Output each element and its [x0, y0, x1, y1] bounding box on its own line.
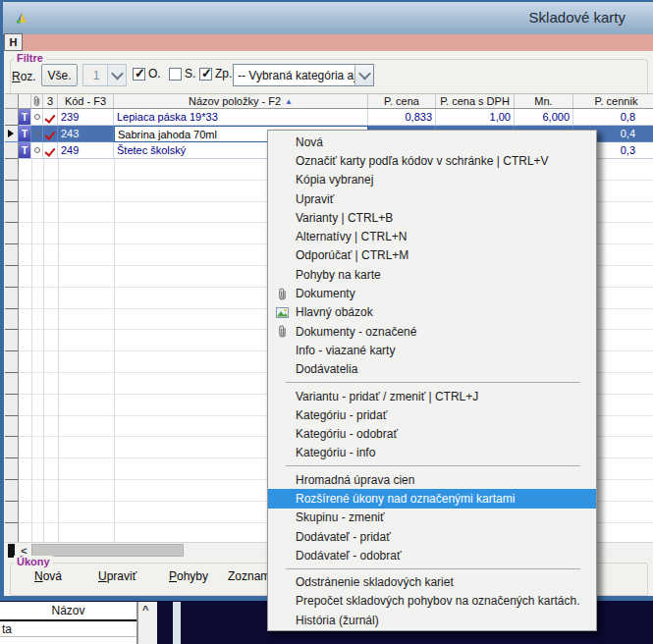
header-nazov-label: Názov položky - F2 [189, 95, 281, 107]
header-nazov[interactable]: Názov položky - F2 ▲ [114, 94, 368, 108]
attachment-icon[interactable] [31, 94, 43, 108]
cell-pcena-dph[interactable]: 1,00 [436, 109, 515, 126]
attachment-dot-icon [31, 142, 43, 159]
checkbox-o[interactable] [133, 68, 145, 80]
cell-mn[interactable]: 6,000 [515, 109, 573, 126]
menu-item[interactable]: Variantu - pridať / zmeniť | CTRL+J [268, 387, 596, 405]
screen: Skladové karty H Filtre Roz. Vše. 1 O. S… [0, 0, 653, 644]
header-t-column[interactable] [19, 94, 31, 108]
menu-item[interactable]: Dodávateľ - pridať [268, 527, 596, 546]
menu-item[interactable]: Info - viazané karty [268, 341, 596, 359]
header-pcena[interactable]: P. cena [368, 94, 436, 108]
menu-item[interactable]: Skupinu - zmeniť [268, 509, 596, 527]
upravit-accel: U [98, 569, 107, 583]
checkbox-s-label: S. [185, 67, 195, 80]
header-pcennik[interactable]: P. cennik [573, 94, 653, 108]
menu-item-label: Dokumenty - označené [296, 325, 416, 339]
menu-item[interactable]: Pohyby na karte [268, 265, 596, 284]
context-menu: Nová Označiť karty podľa kódov v schránk… [267, 130, 597, 631]
page-combobox[interactable]: 1 [82, 64, 127, 86]
current-row-arrow-icon[interactable] [5, 126, 19, 142]
ukony-group-label: Úkony [14, 556, 53, 567]
menu-item[interactable]: Odporúčať | CTRL+M [268, 246, 596, 265]
category-combobox[interactable]: -- Vybraná kategória aj p [233, 64, 374, 86]
toolbar-ribbon [4, 34, 653, 51]
menu-separator [268, 462, 596, 470]
menu-item-label: Hlavný obázok [296, 305, 373, 319]
menu-item[interactable]: Dodávateľ - odobrať [268, 546, 596, 564]
menu-item[interactable]: Označiť karty podľa kódov v schránke | C… [268, 151, 596, 170]
menu-item[interactable]: Prepočet skladových pohybov na označenýc… [268, 592, 596, 611]
bottom-panel-header[interactable]: Názov [0, 602, 136, 621]
menu-item[interactable]: Nová [268, 133, 596, 151]
scroll-up-icon[interactable]: ^ [142, 604, 148, 616]
table-row[interactable]: T 239 Lepiaca páska 19*33 0,833 1,00 6,0… [5, 109, 653, 126]
chevron-down-icon[interactable] [354, 65, 373, 85]
header-row-selector [5, 94, 19, 108]
zoznam-button[interactable]: Zoznam [228, 569, 270, 583]
paperclip-icon [275, 287, 289, 300]
empty-row-selector-column [5, 159, 19, 542]
filters-group-label: Filtre [14, 52, 46, 64]
pohyby-button[interactable]: Pohyby [169, 569, 208, 583]
checkbox-o-wrap: O. [133, 67, 161, 80]
cell-kod[interactable]: 243 [58, 126, 114, 142]
sort-asc-icon: ▲ [285, 97, 293, 106]
header-kod[interactable]: Kód - F3 [58, 94, 114, 108]
menu-item[interactable]: Kategóriu - odobrať [268, 424, 596, 443]
menu-item[interactable]: Alternatívy | CTRL+N [268, 227, 596, 245]
menu-item[interactable]: Dodávatelia [268, 360, 596, 379]
roz-label[interactable]: Roz. [12, 70, 36, 83]
checkbox-zp[interactable] [199, 68, 212, 80]
vse-button[interactable]: Vše. [41, 64, 78, 86]
menu-item[interactable]: Varianty | CTRL+B [268, 208, 596, 227]
check-icon [43, 142, 58, 159]
title-bar: Skladové karty [3, 2, 653, 34]
header-mn[interactable]: Mn. [515, 94, 573, 108]
menu-item-dokumenty-oznacene[interactable]: Dokumenty - označené [268, 322, 596, 341]
menu-item-hlavny-obrazok[interactable]: Hlavný obázok [268, 303, 596, 322]
menu-item-highlighted[interactable]: Rozšírené úkony nad označenými kartami [268, 489, 596, 508]
checkbox-s[interactable] [169, 68, 182, 80]
upravit-button[interactable]: Upraviť [98, 569, 136, 583]
bottom-panel-row[interactable]: ta [0, 621, 136, 637]
menu-item[interactable]: Kópia vybranej [268, 171, 596, 189]
h-button[interactable]: H [4, 33, 23, 51]
row-selector-cell[interactable] [5, 109, 19, 126]
scrollbar-thumb[interactable] [31, 544, 184, 557]
header-pcena-dph[interactable]: P. cena s DPH [436, 94, 515, 108]
chevron-down-icon[interactable] [107, 65, 126, 85]
menu-item-dokumenty[interactable]: Dokumenty [268, 284, 596, 302]
menu-separator [268, 379, 596, 387]
t-badge: T [19, 109, 31, 126]
paperclip-icon [275, 325, 289, 339]
cell-nazov[interactable]: Lepiaca páska 19*33 [114, 109, 368, 126]
window-edge-strip [173, 602, 181, 644]
window-title: Skladové karty [529, 9, 626, 26]
zoznam-rest: Zoznam [228, 569, 270, 583]
cell-pcena[interactable]: 0,833 [368, 109, 436, 126]
nova-button[interactable]: Nová [34, 569, 62, 583]
grid-line [31, 159, 32, 542]
grid-line [58, 159, 59, 542]
attachment-dot-icon [31, 109, 43, 126]
menu-item[interactable]: Upraviť [268, 189, 596, 208]
grid-line [43, 159, 44, 542]
menu-item[interactable]: Hromadná úprava cien [268, 470, 596, 489]
cell-pcennik[interactable]: 0,8 [573, 109, 653, 126]
roz-rest: oz. [21, 70, 36, 83]
header-col3[interactable]: 3 [43, 94, 58, 108]
menu-item[interactable]: História (žurnál) [268, 611, 596, 629]
upravit-rest: praviť [107, 569, 137, 583]
cell-kod[interactable]: 239 [58, 109, 114, 126]
cell-kod[interactable]: 249 [58, 142, 114, 159]
nova-rest: ová [43, 569, 62, 583]
nova-accel: N [34, 569, 43, 583]
check-icon [43, 109, 58, 126]
menu-item[interactable]: Odstránenie skladových kariet [268, 573, 596, 592]
menu-item[interactable]: Kategóriu - info [268, 444, 596, 462]
vertical-scrollbar[interactable]: ^ [137, 602, 157, 644]
menu-item[interactable]: Kategóriu - pridať [268, 405, 596, 424]
row-selector-cell[interactable] [5, 142, 19, 159]
check-icon [43, 126, 58, 142]
